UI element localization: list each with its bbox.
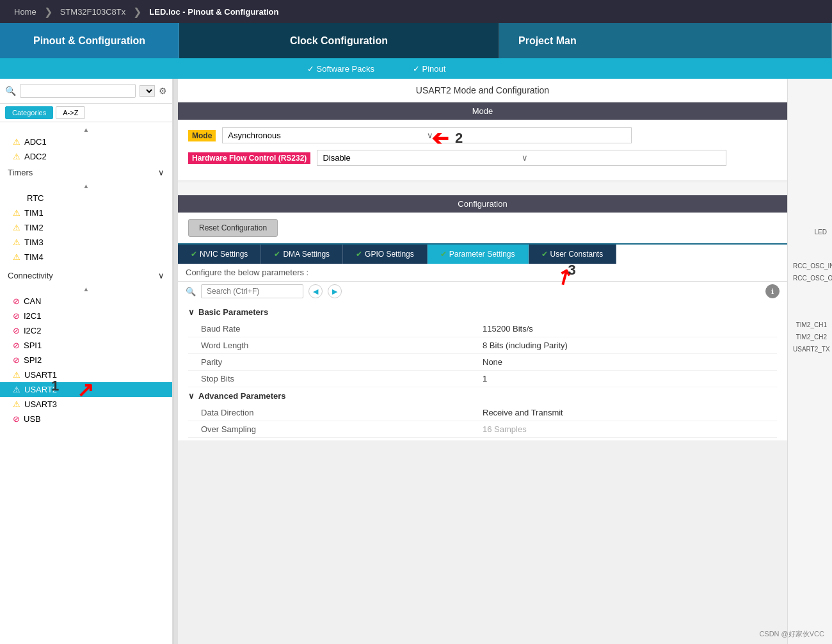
connectivity-header[interactable]: Connectivity ∨ [0,267,172,284]
reset-config-button[interactable]: Reset Configuration [188,219,278,237]
search-dropdown[interactable] [140,85,155,97]
sidebar-item-tim2[interactable]: ⚠ TIM2 [0,220,172,235]
tab-pinout[interactable]: Pinout & Configuration [0,23,179,58]
advanced-params-group[interactable]: ∨ Advanced Parameters [188,387,777,405]
mode-row-wrapper: Mode Asynchronous ∨ ➔ 2 [188,127,777,143]
gear-icon[interactable]: ⚙ [159,86,167,96]
search-icon: 🔍 [5,86,16,96]
sidebar-scrollbar[interactable] [173,79,178,644]
sidebar-section-timers: Timers ∨ ▲ RTC ⚠ TIM1 ⚠ TIM2 ⚠ [0,164,172,264]
breadcrumb-file[interactable]: LED.ioc - Pinout & Configuration [141,4,286,19]
params-table: ∨ Basic Parameters Baud Rate 115200 Bits… [178,301,787,440]
sidebar-item-usart1[interactable]: ⚠ USART1 [0,367,172,382]
prev-nav-button[interactable]: ◀ [308,284,323,298]
config-tab-params[interactable]: ✔ Parameter Settings ↗ 3 [428,245,529,264]
breadcrumb-home[interactable]: Home [6,4,44,19]
config-tab-gpio[interactable]: ✔ GPIO Settings [343,245,428,264]
param-row-stop-bits: Stop Bits 1 [188,371,777,387]
main-content: USART2 Mode and Configuration Mode Mode … [178,79,787,644]
config-tab-dma[interactable]: ✔ DMA Settings [261,245,343,264]
mode-content: Mode Asynchronous ∨ ➔ 2 [178,120,787,180]
basic-params-group[interactable]: ∨ Basic Parameters [188,303,777,321]
mode-select-wrapper[interactable]: Asynchronous ∨ [222,127,632,143]
sidebar-section-connectivity: Connectivity ∨ ▲ ⊘ CAN ⊘ I2C1 ⊘ I2C2 ⊘ [0,267,172,426]
param-row-parity: Parity None [188,354,777,371]
warning-icon-tim3: ⚠ [13,237,20,247]
tab-clock[interactable]: Clock Configuration [179,23,499,58]
spacer-1 [178,182,787,195]
timers-header[interactable]: Timers ∨ [0,164,172,181]
sidebar-item-i2c1[interactable]: ⊘ I2C1 [0,309,172,323]
nav-pinout[interactable]: ✓ Pinout [413,64,445,74]
right-spacer-3 [790,286,829,318]
chevron-down-icon: ∨ [427,131,626,140]
sidebar-item-tim4[interactable]: ⚠ TIM4 [0,250,172,264]
config-tabs-row: ✔ NVIC Settings ✔ DMA Settings ✔ GPIO Se… [178,243,787,264]
right-spacer-top [790,84,829,225]
warning-icon-usart3: ⚠ [13,399,20,409]
secondary-nav: ✓ Software Packs ✓ Pinout [0,58,832,79]
check-icon-gpio: ✔ [356,250,362,259]
sidebar-item-spi2[interactable]: ⊘ SPI2 [0,353,172,367]
right-label-tim2-ch1: TIM2_CH1 [790,320,829,330]
warning-icon-usart1: ⚠ [13,370,20,380]
error-icon-can: ⊘ [13,296,20,306]
hw-select-wrapper[interactable]: Disable ∨ [317,150,726,166]
params-label-bar: Configure the below parameters : [178,264,787,282]
params-search-input[interactable] [201,284,303,298]
params-search-icon: 🔍 [186,287,196,296]
sidebar-tabs: Categories A->Z [0,104,172,122]
sidebar-item-can[interactable]: ⊘ CAN [0,294,172,309]
sidebar-item-tim3[interactable]: ⚠ TIM3 [0,235,172,250]
sidebar-item-rtc[interactable]: RTC [0,191,172,205]
sidebar-content: ▲ ⚠ ADC1 ⚠ ADC2 Timers ∨ ▲ RTC [0,122,172,644]
info-button[interactable]: ℹ [765,284,780,298]
scroll-up-indicator: ▲ [0,125,172,134]
sidebar-item-usart3[interactable]: ⚠ USART3 [0,397,172,412]
sidebar-item-spi1[interactable]: ⊘ SPI1 [0,338,172,353]
warning-icon-tim2: ⚠ [13,223,20,232]
warning-icon-adc2: ⚠ [13,152,20,161]
sidebar-item-usart2[interactable]: ⚠ USART2 [0,382,172,397]
breadcrumb-bar: Home ❯ STM32F103C8Tx ❯ LED.ioc - Pinout … [0,0,832,23]
warning-icon-adc1: ⚠ [13,137,20,147]
sidebar-item-adc2[interactable]: ⚠ ADC2 [0,149,172,164]
mode-label: Mode [188,130,216,141]
breadcrumb-mcu[interactable]: STM32F103C8Tx [52,4,134,19]
mode-row: Mode Asynchronous ∨ [188,127,777,143]
sidebar-item-usb[interactable]: ⊘ USB [0,412,172,426]
footer-credit: CSDN @好家伙VCC [759,629,824,639]
config-header: Configuration [178,195,787,213]
tab-categories[interactable]: Categories [5,106,53,119]
right-panel: LED RCC_OSC_IN RCC_OSC_OUT TIM2_CH1 TIM2… [787,79,832,644]
warning-icon-tim1: ⚠ [13,208,20,218]
sidebar-item-tim1[interactable]: ⚠ TIM1 [0,205,172,220]
nav-software-packs[interactable]: ✓ Software Packs [307,64,374,74]
hw-flow-row: Hardware Flow Control (RS232) Disable ∨ [188,150,777,166]
right-label-led: LED [790,227,829,237]
next-nav-button[interactable]: ▶ [328,284,342,298]
config-title: USART2 Mode and Configuration [178,79,787,102]
hw-chevron-icon: ∨ [522,153,721,163]
reset-btn-area: Reset Configuration [178,213,787,243]
config-section: Configuration Reset Configuration ✔ NVIC… [178,195,787,440]
sidebar-item-adc1[interactable]: ⚠ ADC1 [0,134,172,149]
check-icon-user-constants: ✔ [541,250,548,259]
config-tab-nvic[interactable]: ✔ NVIC Settings [178,245,261,264]
breadcrumb-arrow-2: ❯ [133,6,141,18]
right-label-usart2-tx: USART2_TX [790,344,829,354]
sidebar-item-i2c2[interactable]: ⊘ I2C2 [0,323,172,338]
tab-project[interactable]: Project Man [499,23,832,58]
error-icon-spi1: ⊘ [13,341,20,350]
sidebar-search-bar: 🔍 ⚙ [0,79,172,104]
right-label-rcc-osc-in: RCC_OSC_IN [790,261,829,271]
search-input[interactable] [20,84,136,98]
warning-icon-tim4: ⚠ [13,252,20,262]
main-area: 🔍 ⚙ Categories A->Z ▲ ⚠ ADC1 ⚠ ADC2 [0,79,832,644]
param-row-data-direction: Data Direction Receive and Transmit [188,405,777,421]
config-tab-user-constants[interactable]: ✔ User Constants [529,245,617,264]
breadcrumb-arrow-1: ❯ [44,6,52,18]
params-search-bar: 🔍 ◀ ▶ ℹ [178,282,787,301]
tab-az[interactable]: A->Z [56,106,85,119]
mode-section: Mode Mode Asynchronous ∨ [178,102,787,180]
